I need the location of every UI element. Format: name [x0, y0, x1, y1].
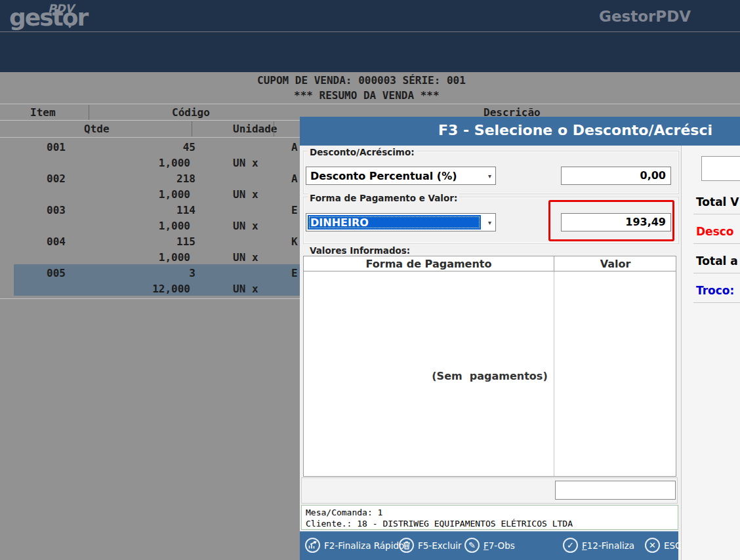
- cell-codigo: 114: [110, 204, 195, 216]
- app-header: gestor PDV ◆ GestorPDV: [0, 0, 740, 72]
- totals-panel: Total V Desco Total a Troco:: [681, 146, 740, 560]
- sale-summary-title: *** RESUMO DA VENDA ***: [294, 89, 440, 102]
- chart-up-icon: [305, 538, 320, 553]
- payment-method-combobox[interactable]: DINHEIRO ▾: [306, 213, 496, 231]
- totals-divider: [693, 214, 740, 214]
- f12-finaliza-button[interactable]: ✓ F12-Finaliza: [563, 538, 634, 553]
- dialog-footer: F2-Finaliza Rápido F5-Excluir ✎ F7-Obs ✓…: [300, 531, 678, 560]
- total-a-pagar-label: Total a: [696, 254, 738, 268]
- column-header-item: Item: [30, 106, 56, 119]
- logo-trademark-icon: ◆: [68, 24, 72, 28]
- payment-group-label: Forma de Pagamento e Valor:: [308, 193, 459, 203]
- values-label: Valores Informados:: [308, 245, 412, 256]
- button-label: F12-Finaliza: [582, 540, 634, 551]
- cell-descricao-partial: E: [291, 204, 299, 216]
- button-label: F7-Obs: [483, 540, 515, 551]
- discount-type-combobox[interactable]: Desconto Percentual (%) ▾: [306, 167, 496, 185]
- troco-label: Troco:: [696, 284, 734, 297]
- cell-descricao-partial: A: [291, 141, 299, 153]
- header-divider: [0, 31, 740, 32]
- cell-unidade: UN x: [233, 220, 258, 232]
- chevron-down-icon[interactable]: ▾: [488, 172, 491, 180]
- cell-unidade: UN x: [233, 188, 258, 201]
- header-forma-pagamento: Forma de Pagamento: [304, 258, 554, 270]
- payments-table[interactable]: Forma de Pagamento Valor (Sem pagamentos…: [303, 256, 676, 477]
- payments-table-header: Forma de Pagamento Valor: [304, 256, 676, 271]
- cell-qtde: 1,000: [105, 157, 190, 169]
- cell-descricao-partial: E: [291, 267, 299, 279]
- bottom-input-field[interactable]: [555, 481, 676, 500]
- close-icon: ✕: [645, 538, 660, 553]
- cell-unidade: UN x: [233, 283, 258, 295]
- cell-item: 002: [20, 172, 66, 185]
- column-header-unidade: Unidade: [233, 123, 277, 135]
- trash-icon: [399, 538, 414, 553]
- button-label: F2-Finaliza Rápido: [324, 540, 404, 551]
- cell-item: 001: [20, 141, 66, 153]
- column-header-codigo: Código: [172, 106, 210, 119]
- pencil-icon: ✎: [464, 538, 480, 553]
- cell-qtde: 1,000: [105, 251, 190, 264]
- table-column-separator: [554, 256, 554, 271]
- cell-codigo: 218: [110, 172, 195, 185]
- payment-dialog: F3 - Selecione o Desconto/Acrésci Descon…: [300, 117, 740, 560]
- header-valor: Valor: [554, 258, 677, 270]
- payment-amount-field[interactable]: 193,49: [561, 213, 671, 231]
- cell-codigo: 45: [110, 141, 195, 153]
- cliente-line: Cliente.: 18 - DISTRIWEG EQUIPAMENTOS EL…: [306, 519, 573, 529]
- cell-descricao-partial: K: [291, 235, 299, 248]
- mesa-comanda-line: Mesa/Comanda: 1: [306, 508, 382, 517]
- totals-divider: [693, 273, 740, 273]
- totals-input-field[interactable]: [701, 156, 740, 181]
- discount-amount-field[interactable]: 0,00: [561, 167, 671, 185]
- dialog-title: F3 - Selecione o Desconto/Acrésci: [438, 122, 712, 138]
- cell-unidade: UN x: [233, 157, 258, 169]
- logo-pdv: PDV: [48, 2, 74, 15]
- totals-divider: [693, 243, 740, 244]
- cell-item: 005: [20, 267, 66, 279]
- cell-item: 003: [20, 204, 66, 216]
- column-separator: [192, 121, 192, 136]
- cell-codigo: 115: [110, 235, 195, 248]
- empty-payments-text: (Sem pagamentos): [304, 370, 676, 382]
- dialog-titlebar: F3 - Selecione o Desconto/Acrésci: [300, 117, 740, 146]
- sale-coupon-title: CUPOM DE VENDA: 000003 SÉRIE: 001: [257, 74, 466, 87]
- order-info-box: Mesa/Comanda: 1 Cliente.: 18 - DISTRIWEG…: [301, 505, 678, 530]
- discount-group-label: Desconto/Acréscimo:: [308, 147, 417, 157]
- cell-qtde: 12,000: [105, 283, 190, 295]
- table-divider: [0, 104, 740, 104]
- f2-finaliza-rapido-button[interactable]: F2-Finaliza Rápido: [305, 538, 404, 553]
- total-venda-label: Total V: [696, 195, 739, 209]
- chevron-down-icon[interactable]: ▾: [488, 219, 491, 226]
- discount-type-value: Desconto Percentual (%): [310, 170, 457, 182]
- column-separator: [274, 121, 274, 136]
- table-column-separator: [554, 256, 554, 476]
- cell-qtde: 1,000: [105, 220, 190, 232]
- desconto-label: Desco: [696, 225, 734, 238]
- cell-descricao-partial: A: [291, 172, 299, 185]
- column-header-qtde: Qtde: [84, 123, 110, 135]
- cell-qtde: 1,000: [105, 188, 190, 201]
- payment-method-selection: DINHEIRO: [308, 215, 481, 230]
- cell-unidade: UN x: [233, 251, 258, 264]
- app-title: GestorPDV: [599, 8, 691, 25]
- check-icon: ✓: [563, 538, 578, 553]
- totals-divider: [693, 302, 740, 303]
- bottom-strip: [301, 477, 678, 504]
- column-separator: [89, 105, 89, 120]
- cell-item: 004: [20, 235, 66, 248]
- payment-method-value: DINHEIRO: [310, 216, 369, 229]
- button-label: F5-Excluir: [418, 540, 462, 551]
- cell-codigo: 3: [110, 267, 195, 279]
- f5-excluir-button[interactable]: F5-Excluir: [399, 538, 462, 553]
- f7-obs-button[interactable]: ✎ F7-Obs: [464, 538, 515, 553]
